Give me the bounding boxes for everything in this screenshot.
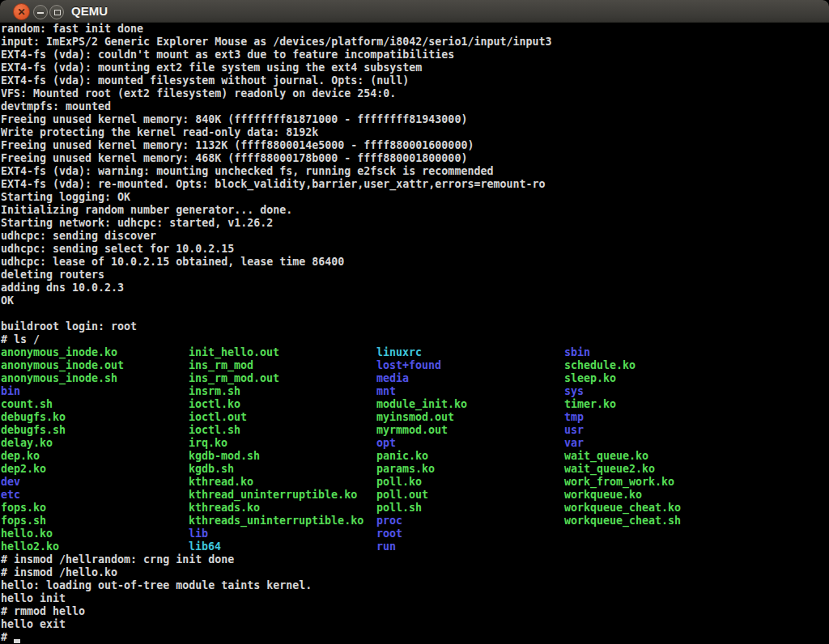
qemu-window: ✕ QEMU random: fast init doneinput: ImEx…: [0, 0, 829, 644]
file-entry: wait_queue2.ko: [564, 463, 655, 476]
console-text: EXT4-fs (vda): re-mounted. Opts: block_v…: [1, 178, 545, 191]
minimize-button[interactable]: [33, 5, 48, 19]
console-line: devkthread.kopoll.kowork_from_work.ko: [0, 476, 829, 489]
file-entry: anonymous_inode.sh: [1, 372, 117, 385]
file-entry: workqueue_cheat.ko: [564, 502, 681, 515]
file-entry: panic.ko: [376, 450, 428, 463]
console-line: debugfs.shioctl.shmyrmmod.outusr: [0, 424, 829, 437]
console-text: Freeing unused kernel memory: 840K (ffff…: [1, 113, 467, 126]
window-title: QEMU: [71, 0, 108, 23]
console-text: buildroot login: root: [1, 320, 137, 333]
file-entry: module_init.ko: [376, 398, 467, 411]
maximize-button[interactable]: [49, 5, 64, 19]
console-line: anonymous_inode.outins_rm_modlost+founds…: [0, 359, 829, 372]
console-line: EXT4-fs (vda): re-mounted. Opts: block_v…: [0, 178, 829, 191]
console-text: # ls /: [1, 333, 40, 346]
directory-entry: root: [376, 527, 402, 540]
terminal-screen[interactable]: random: fast init doneinput: ImExPS/2 Ge…: [0, 23, 829, 644]
close-icon: ✕: [14, 4, 29, 19]
console-line: hello.kolibroot: [0, 527, 829, 540]
file-entry: dep.ko: [1, 450, 40, 463]
console-text: OK: [1, 294, 14, 307]
console-text: # rmmod hello: [1, 605, 85, 618]
console-text: adding dns 10.0.2.3: [1, 282, 124, 294]
console-text: deleting routers: [1, 269, 104, 282]
directory-entry: media: [376, 372, 409, 385]
console-text: devtmpfs: mounted: [1, 100, 111, 113]
titlebar[interactable]: ✕ QEMU: [0, 0, 829, 23]
console-text: udhcpc: lease of 10.0.2.15 obtained, lea…: [1, 256, 344, 269]
console-text: # insmod /hello.ko: [1, 566, 117, 579]
console-line: udhcpc: lease of 10.0.2.15 obtained, lea…: [0, 256, 829, 269]
console-text: EXT4-fs (vda): mounted filesystem withou…: [1, 74, 409, 87]
directory-entry: tmp: [564, 411, 584, 424]
symlink-entry: lib64: [189, 540, 221, 553]
file-entry: myrmmod.out: [376, 424, 448, 437]
terminal-cursor: [14, 639, 20, 643]
file-entry: fops.ko: [1, 502, 46, 515]
console-line: # insmod /hello.ko: [0, 566, 829, 579]
directory-entry: bin: [1, 385, 20, 398]
file-entry: myinsmod.out: [376, 411, 454, 424]
console-line: Freeing unused kernel memory: 1132K (fff…: [0, 139, 829, 152]
directory-entry: lib: [189, 527, 208, 540]
file-entry: debugfs.sh: [1, 424, 66, 437]
file-entry: debugfs.ko: [1, 411, 66, 424]
file-entry: ioctl.ko: [189, 398, 240, 411]
console-line: Starting logging: OK: [0, 191, 829, 204]
file-entry: kthreads_uninterruptible.ko: [189, 515, 363, 527]
console-text: hello: loading out-of-tree module taints…: [1, 579, 312, 592]
console-line: VFS: Mounted root (ext2 filesystem) read…: [0, 87, 829, 100]
file-entry: kgdb-mod.sh: [189, 450, 260, 463]
console-text: udhcpc: sending discover: [1, 230, 156, 243]
console-text: input: ImExPS/2 Generic Explorer Mouse a…: [1, 36, 551, 49]
file-entry: anonymous_inode.ko: [1, 346, 117, 359]
file-entry: hello.ko: [1, 527, 53, 540]
console-text: Starting network: udhcpc: started, v1.26…: [1, 217, 273, 230]
console-text: Freeing unused kernel memory: 468K (ffff…: [1, 152, 467, 165]
directory-entry: proc: [376, 515, 402, 527]
console-text: EXT4-fs (vda): warning: mounting uncheck…: [1, 165, 493, 178]
file-entry: anonymous_inode.out: [1, 359, 124, 372]
console-line: delay.koirq.kooptvar: [0, 437, 829, 450]
file-entry: ins_rm_mod.out: [189, 372, 279, 385]
console-line: anonymous_inode.shins_rm_mod.outmediasle…: [0, 372, 829, 385]
file-entry: kthreads.ko: [189, 502, 260, 515]
directory-entry: dev: [1, 476, 20, 489]
console-text: EXT4-fs (vda): couldn't mount as ext3 du…: [1, 49, 454, 61]
file-entry: insrm.sh: [189, 385, 240, 398]
console-line: OK: [0, 294, 829, 307]
console-text: udhcpc: sending select for 10.0.2.15: [1, 243, 234, 256]
file-entry: fops.sh: [1, 515, 46, 527]
console-line: random: fast init done: [0, 23, 829, 36]
console-line: Freeing unused kernel memory: 840K (ffff…: [0, 113, 829, 126]
console-text: EXT4-fs (vda): mounting ext2 file system…: [1, 61, 422, 74]
console-line: devtmpfs: mounted: [0, 100, 829, 113]
directory-entry: usr: [564, 424, 584, 437]
console-line: Initializing random number generator... …: [0, 204, 829, 217]
file-entry: kgdb.sh: [189, 463, 234, 476]
file-entry: ioctl.sh: [189, 424, 240, 437]
console-text: hello exit: [1, 618, 66, 631]
console-line: udhcpc: sending select for 10.0.2.15: [0, 243, 829, 256]
file-entry: delay.ko: [1, 437, 53, 450]
console-line: EXT4-fs (vda): mounting ext2 file system…: [0, 61, 829, 74]
console-line: dep.kokgdb-mod.shpanic.kowait_queue.ko: [0, 450, 829, 463]
file-entry: kthread.ko: [189, 476, 253, 489]
file-entry: poll.sh: [376, 502, 422, 515]
file-entry: init_hello.out: [189, 346, 279, 359]
console-line: adding dns 10.0.2.3: [0, 282, 829, 294]
console-line: anonymous_inode.koinit_hello.outlinuxrcs…: [0, 346, 829, 359]
file-entry: dep2.ko: [1, 463, 46, 476]
console-line: Starting network: udhcpc: started, v1.26…: [0, 217, 829, 230]
console-line: fops.shkthreads_uninterruptible.koprocwo…: [0, 515, 829, 527]
file-entry: kthread_uninterruptible.ko: [189, 489, 357, 502]
console-line: debugfs.koioctl.outmyinsmod.outtmp: [0, 411, 829, 424]
close-button[interactable]: ✕: [13, 3, 30, 20]
login-line: buildroot login: root: [0, 320, 829, 333]
file-entry: poll.out: [376, 489, 428, 502]
prompt-line: #: [0, 631, 829, 644]
command-line: # ls /: [0, 333, 829, 346]
file-entry: work_from_work.ko: [564, 476, 674, 489]
directory-entry: lost+found: [376, 359, 441, 372]
